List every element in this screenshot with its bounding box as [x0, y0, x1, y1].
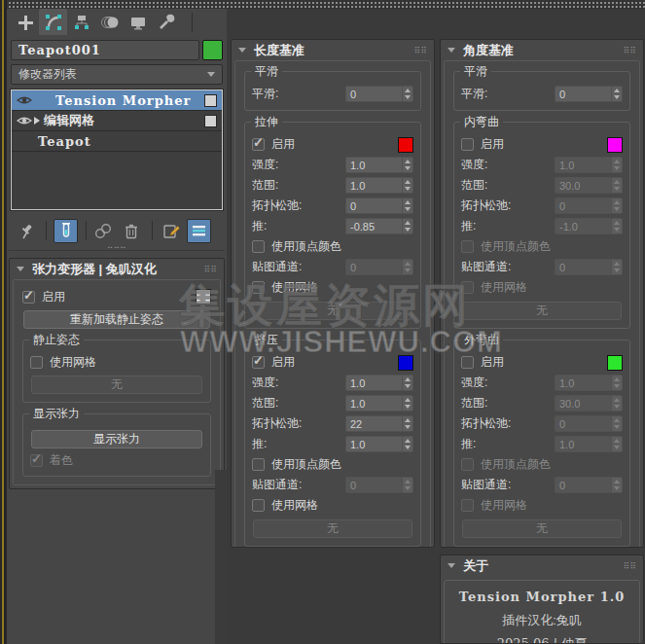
drag-handle-icon[interactable] [624, 561, 636, 571]
edit-modifier-button[interactable] [160, 219, 183, 242]
checkbox[interactable] [252, 240, 265, 253]
rollout-header[interactable]: 长度基准 [232, 40, 434, 60]
toolbar-separator [192, 13, 193, 32]
color-swatch[interactable] [398, 137, 413, 153]
tab-utilities[interactable] [152, 9, 180, 35]
spinner-field[interactable]: 0 [345, 197, 413, 214]
make-unique-button[interactable] [91, 219, 115, 242]
spinner-down-arrow-icon [614, 268, 620, 272]
spinner-field[interactable]: -0.85 [345, 218, 413, 234]
separator [86, 221, 87, 240]
spinner-arrows-icon[interactable] [402, 86, 413, 102]
group-box: 外弯曲启用强度:1.0范围:30.0拓扑松弛:0推:1.0使用顶点颜色贴图通道:… [453, 340, 630, 547]
tab-hierarchy[interactable] [67, 9, 95, 35]
test-tube-icon [59, 222, 73, 239]
spinner-field[interactable]: 0 [555, 86, 623, 102]
tab-display[interactable] [124, 9, 152, 35]
stack-row-label: Tension Morpher [55, 93, 191, 108]
stack-row-tension-morpher[interactable]: Tension Morpher [12, 90, 222, 111]
spinner-arrows-icon[interactable] [402, 197, 413, 214]
spinner-field[interactable]: 1.0 [345, 157, 413, 173]
show-end-result-button[interactable] [54, 219, 78, 243]
command-panel-screen: Teapot001 修改器列表 Tension Morpher 编辑网格 [0, 0, 645, 644]
spinner-field[interactable]: 1.0 [345, 436, 413, 452]
color-swatch[interactable] [607, 137, 623, 153]
param-label: 平滑: [252, 86, 278, 102]
modifier-toggle-square[interactable] [204, 94, 217, 107]
spinner-value[interactable]: 0 [345, 197, 402, 214]
color-swatch[interactable] [607, 355, 623, 371]
trash-icon [124, 223, 139, 239]
panel-drag-handle[interactable] [7, 0, 645, 9]
spinner-value[interactable]: 1.0 [345, 375, 402, 391]
spinner-arrows-icon[interactable] [402, 415, 413, 432]
checkbox[interactable] [461, 138, 474, 151]
drag-handle-icon[interactable] [414, 46, 427, 55]
spinner-value[interactable]: 1.0 [345, 157, 402, 173]
rollout-header[interactable]: 关于 [441, 555, 643, 576]
spinner-value[interactable]: 22 [345, 415, 402, 432]
tab-modify[interactable] [39, 9, 67, 35]
spinner-arrows-icon[interactable] [402, 436, 413, 452]
spinner-arrows-icon[interactable] [611, 86, 623, 102]
drag-handle-icon[interactable] [624, 46, 636, 55]
spinner-arrows-icon[interactable] [402, 218, 413, 234]
checkbox[interactable] [252, 458, 265, 471]
color-swatch[interactable] [196, 289, 211, 304]
spinner-value[interactable]: 1.0 [345, 436, 402, 452]
stack-row-teapot[interactable]: Teapot [12, 131, 222, 152]
eye-icon[interactable] [17, 94, 32, 106]
object-wirecolor-swatch[interactable] [202, 40, 223, 60]
spinner-value[interactable]: 1.0 [345, 395, 402, 411]
modifier-toggle-square[interactable] [204, 115, 217, 127]
spinner-field[interactable]: 1.0 [345, 177, 413, 194]
panel-button[interactable]: 显示张力 [31, 430, 202, 448]
param-row: 强度:1.0 [252, 373, 413, 393]
spinner-arrows-icon[interactable] [402, 375, 413, 391]
spinner-value: 1.0 [555, 375, 611, 391]
spinner-arrows-icon [611, 218, 623, 234]
spinner-field[interactable]: 1.0 [345, 375, 413, 391]
rollout-header[interactable]: 角度基准 [441, 40, 643, 60]
tab-motion[interactable] [95, 9, 124, 35]
rollout-header[interactable]: 张力变形器 | 兔叽汉化 [10, 259, 224, 279]
checkbox[interactable]: ✓ [252, 138, 265, 151]
spinner-arrows-icon[interactable] [402, 395, 413, 411]
spinner-up-arrow-icon [405, 377, 411, 381]
param-label: 推: [461, 436, 476, 452]
panel-button: 无 [462, 302, 622, 320]
spinner-value[interactable]: 1.0 [345, 177, 402, 194]
configure-modifier-sets-button[interactable] [187, 219, 211, 243]
checkbox[interactable]: ✓ [252, 356, 265, 369]
spinner-value[interactable]: -0.85 [345, 218, 402, 234]
tab-create[interactable] [11, 9, 39, 35]
color-swatch[interactable] [398, 355, 413, 371]
checkbox-label: 使用网格 [271, 279, 318, 296]
pin-stack-button[interactable] [15, 219, 38, 242]
object-name-input[interactable]: Teapot001 [11, 40, 199, 60]
eye-icon[interactable] [17, 115, 32, 126]
spinner-up-arrow-icon [405, 200, 411, 204]
expand-arrow-icon[interactable] [34, 117, 40, 125]
spinner-arrows-icon[interactable] [402, 177, 413, 194]
checkbox[interactable] [30, 356, 43, 369]
remove-modifier-button[interactable] [120, 219, 143, 242]
checkbox[interactable]: ✓ [22, 291, 35, 304]
spinner-value[interactable]: 0 [345, 86, 402, 102]
spinner-arrows-icon[interactable] [402, 157, 413, 173]
stack-row-edit-mesh[interactable]: 编辑网格 [12, 111, 222, 131]
panel-button[interactable]: 重新加载静止姿态 [23, 310, 210, 329]
checkbox[interactable] [461, 356, 474, 369]
param-label: 贴图通道: [461, 259, 511, 275]
spinner-value[interactable]: 0 [555, 86, 611, 102]
param-row: 贴图通道:0 [461, 257, 623, 277]
spinner-field[interactable]: 0 [345, 86, 413, 102]
spinner-field[interactable]: 22 [345, 415, 413, 432]
drag-handle-icon[interactable] [204, 265, 217, 274]
panel-splitter[interactable] [9, 250, 225, 254]
spinner-field: 0 [555, 197, 623, 214]
spinner-field[interactable]: 1.0 [345, 395, 413, 411]
checkbox[interactable] [252, 499, 265, 512]
checkbox[interactable] [252, 281, 265, 294]
modifier-list-dropdown[interactable]: 修改器列表 [11, 64, 223, 85]
